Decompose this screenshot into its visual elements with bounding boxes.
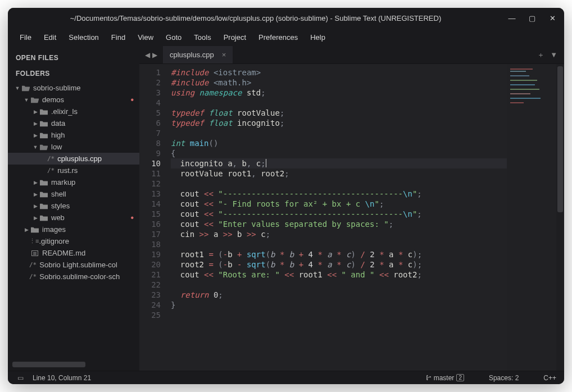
tree-web[interactable]: ▶web• (8, 212, 139, 224)
sidebar-hscrollbar[interactable] (12, 362, 135, 367)
close-button[interactable]: ✕ (548, 14, 556, 22)
menu-find[interactable]: Find (105, 31, 131, 44)
tree-high[interactable]: ▶high (8, 129, 139, 141)
tab-cplusplus[interactable]: cplusplus.cpp × (163, 46, 233, 63)
menu-goto[interactable]: Goto (160, 31, 188, 44)
menu-file[interactable]: File (13, 31, 38, 44)
menu-preferences[interactable]: Preferences (252, 31, 304, 44)
folders-heading: FOLDERS (8, 66, 139, 82)
syntax-setting[interactable]: C++ (543, 374, 556, 382)
menu-project[interactable]: Project (217, 31, 252, 44)
folder-icon (39, 131, 48, 139)
tree-styles[interactable]: ▶styles (8, 200, 139, 212)
folder-open-icon (21, 84, 30, 92)
panel-switch-icon[interactable]: ▭ (16, 374, 25, 382)
minimap[interactable] (507, 64, 556, 371)
modified-dot-icon: • (130, 95, 134, 104)
app-window: ~/Documentos/Temas/sobrio-sublime/demos/… (8, 8, 564, 384)
maximize-button[interactable]: ▢ (528, 14, 536, 22)
folder-icon (39, 214, 48, 222)
code-area[interactable]: 1234567891011121314151617181920212223242… (139, 64, 564, 371)
tree--gitignore[interactable]: ⋮≡ .gitignore (8, 235, 139, 247)
tab-label: cplusplus.cpp (170, 51, 214, 59)
menu-selection[interactable]: Selection (62, 31, 105, 44)
tree-cplusplus-cpp[interactable]: /*cplusplus.cpp (8, 153, 139, 165)
tree-images[interactable]: ▶images (8, 224, 139, 235)
file-code-icon: /* (29, 273, 37, 280)
file-git-icon: ⋮≡ (29, 238, 39, 245)
modified-dot-icon: • (130, 213, 134, 222)
file-code-icon: /* (47, 155, 55, 162)
menu-edit[interactable]: Edit (38, 31, 62, 44)
editor-pane: ◀ ▶ cplusplus.cpp × ＋ ▼ 1234567891011121… (139, 46, 564, 371)
tab-menu-icon[interactable]: ▼ (550, 51, 557, 59)
folder-icon (39, 179, 48, 186)
tab-history-fwd-icon[interactable]: ▶ (152, 51, 157, 59)
folder-tree: ▼sobrio-sublime▼demos•▶.elixir_ls▶data▶h… (8, 82, 139, 359)
file-code-icon: /* (47, 167, 55, 174)
folder-open-icon (30, 96, 39, 104)
folder-icon (39, 120, 48, 127)
titlebar: ~/Documentos/Temas/sobrio-sublime/demos/… (8, 8, 564, 28)
folder-icon (30, 226, 39, 234)
tab-history-back-icon[interactable]: ◀ (145, 51, 150, 59)
tree-data[interactable]: ▶data (8, 117, 139, 129)
folder-open-icon (39, 143, 48, 151)
minimize-button[interactable]: — (508, 14, 516, 22)
folder-icon (39, 190, 48, 198)
tree-markup[interactable]: ▶markup (8, 176, 139, 188)
sidebar: OPEN FILES FOLDERS ▼sobrio-sublime▼demos… (8, 46, 139, 371)
tree-shell[interactable]: ▶shell (8, 188, 139, 200)
tree-sobrio-sublime[interactable]: ▼sobrio-sublime (8, 82, 139, 94)
menubar: FileEditSelectionFindViewGotoToolsProjec… (8, 28, 564, 46)
open-files-heading: OPEN FILES (8, 51, 139, 66)
menu-tools[interactable]: Tools (188, 31, 217, 44)
folder-icon (39, 108, 48, 116)
tree-readme-md[interactable]: README.md (8, 247, 139, 259)
tree-sobrio-sublime-color-sch[interactable]: /*Sobrio.sublime-color-sch (8, 271, 139, 282)
code-text[interactable]: #include <iostream>#include <math.h>usin… (166, 64, 507, 371)
tree-low[interactable]: ▼low (8, 141, 139, 153)
tab-bar: ◀ ▶ cplusplus.cpp × ＋ ▼ (139, 46, 564, 64)
menu-view[interactable]: View (131, 31, 160, 44)
status-bar: ▭ Line 10, Column 21 master 2 Spaces: 2 … (8, 371, 564, 384)
tree-demos[interactable]: ▼demos• (8, 94, 139, 106)
tree--elixir-ls[interactable]: ▶.elixir_ls (8, 106, 139, 117)
file-md-icon (30, 249, 39, 257)
indent-setting[interactable]: Spaces: 2 (489, 374, 519, 382)
vertical-scrollbar[interactable] (556, 64, 564, 371)
git-branch[interactable]: master 2 (425, 374, 464, 382)
tab-close-icon[interactable]: × (222, 51, 226, 59)
branch-icon (425, 375, 432, 381)
line-gutter: 1234567891011121314151617181920212223242… (139, 64, 166, 371)
folder-icon (39, 202, 48, 210)
file-code-icon: /* (29, 261, 37, 268)
tree-sobrio-light-sublime-col[interactable]: /*Sobrio Light.sublime-col (8, 259, 139, 271)
window-title: ~/Documentos/Temas/sobrio-sublime/demos/… (16, 14, 496, 22)
cursor-position[interactable]: Line 10, Column 21 (33, 374, 91, 382)
new-tab-icon[interactable]: ＋ (537, 50, 544, 60)
branch-count: 2 (456, 374, 464, 381)
menu-help[interactable]: Help (304, 31, 332, 44)
tree-rust-rs[interactable]: /*rust.rs (8, 165, 139, 176)
